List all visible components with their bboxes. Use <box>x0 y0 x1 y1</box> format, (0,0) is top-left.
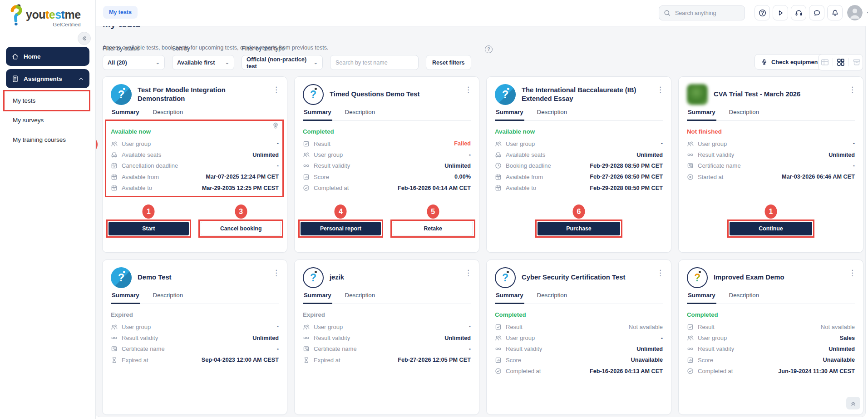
certificate-icon <box>111 345 118 352</box>
tab-summary[interactable]: Summary <box>111 290 140 304</box>
hourglass-icon <box>303 357 310 364</box>
field-label: Available to <box>506 185 536 191</box>
clock-icon <box>495 162 502 169</box>
test-card-header: ?Timed Questions Demo Test <box>303 83 471 106</box>
card-menu-button[interactable]: ⋮ <box>848 269 857 277</box>
card-actions: Start1Cancel booking3 <box>108 222 281 235</box>
field-row: Completed atJun-19-2024 11:30 AM CEST <box>687 366 855 377</box>
tab-description[interactable]: Description <box>728 290 760 304</box>
field-value: - <box>661 140 663 147</box>
breadcrumb[interactable]: My tests <box>103 6 138 19</box>
card-menu-button[interactable]: ⋮ <box>272 86 281 94</box>
score-icon <box>495 357 502 364</box>
sidebar-item-my-training-courses[interactable]: My training courses <box>5 130 89 149</box>
card-menu-button[interactable]: ⋮ <box>464 86 473 94</box>
type-filter-select[interactable]: Official (non-practice) test⌄ <box>242 55 323 70</box>
sidebar-item-my-tests[interactable]: My tests <box>5 91 89 110</box>
field-row: Result validityUnlimited <box>687 149 855 160</box>
global-search-input[interactable] <box>674 10 735 17</box>
tab-description[interactable]: Description <box>344 290 376 304</box>
test-card-header: CVA Trial Test - March 2026 <box>687 83 855 106</box>
test-title: Test For Moodle Integration Demonstratio… <box>138 86 269 103</box>
tab-description[interactable]: Description <box>536 107 568 121</box>
retake-button[interactable]: Retake <box>393 222 473 235</box>
test-card-header: ?Improved Exam Demo <box>687 266 855 289</box>
tab-description[interactable]: Description <box>152 290 184 304</box>
test-title: CVA Trial Test - March 2026 <box>714 90 800 99</box>
filters-help-icon[interactable]: ? <box>485 45 493 53</box>
field-label: Result <box>314 140 330 147</box>
tab-summary[interactable]: Summary <box>111 107 140 121</box>
start-button[interactable]: Start <box>108 222 189 235</box>
filter-label: Filter by test type <box>242 45 323 52</box>
field-row: User group- <box>495 332 663 343</box>
card-tabs: SummaryDescription <box>303 290 471 304</box>
field-row: ScoreUnavailable <box>687 354 855 365</box>
tab-summary[interactable]: Summary <box>495 290 524 304</box>
tab-description[interactable]: Description <box>536 290 568 304</box>
tab-summary[interactable]: Summary <box>687 107 716 121</box>
field-row: User group- <box>495 138 663 149</box>
sidebar-item-assignments[interactable]: Assignments <box>6 69 89 88</box>
field-row: Certificate name- <box>303 344 471 354</box>
field-label: Completed at <box>698 368 733 374</box>
sort-filter-select[interactable]: Available first⌄ <box>172 55 234 70</box>
grid-view-icon[interactable] <box>836 58 845 67</box>
test-logo-ring-color-icon: ? <box>687 267 708 288</box>
card-menu-button[interactable]: ⋮ <box>464 269 473 277</box>
continue-button[interactable]: Continue <box>730 222 812 235</box>
filter-col-type-filter: Filter by test typeOfficial (non-practic… <box>242 45 323 70</box>
field-label: Certificate name <box>122 345 165 352</box>
action-wrap: Purchase6 <box>538 222 620 235</box>
sidebar-collapse-button[interactable] <box>78 32 91 45</box>
topbar-headset-button[interactable] <box>791 5 806 20</box>
field-row: Result validityUnlimited <box>111 332 279 343</box>
card-menu-button[interactable]: ⋮ <box>656 86 665 94</box>
tab-description[interactable]: Description <box>728 107 760 121</box>
field-label: Result <box>698 324 715 330</box>
tab-description[interactable]: Description <box>344 107 376 121</box>
topbar-bell-button[interactable] <box>827 5 843 20</box>
card-view-icon[interactable] <box>852 58 861 67</box>
test-name-search-input[interactable] <box>330 55 419 70</box>
view-mode-toggle <box>818 54 863 70</box>
sidebar-item-my-surveys[interactable]: My surveys <box>5 111 89 130</box>
tab-summary[interactable]: Summary <box>687 290 716 304</box>
tab-summary[interactable]: Summary <box>303 107 332 121</box>
personal-report-button[interactable]: Personal report <box>301 222 381 235</box>
sidebar-item-home[interactable]: Home <box>6 47 89 66</box>
brand-letter: you <box>26 8 45 21</box>
summary-fields: User group-Result validityUnlimitedCerti… <box>111 321 279 366</box>
check-circle-icon <box>303 185 310 191</box>
test-title: jezik <box>330 273 344 282</box>
field-label: Result validity <box>698 151 734 158</box>
filter-label: Sort by <box>172 45 234 52</box>
tab-summary[interactable]: Summary <box>495 107 524 121</box>
table-view-icon[interactable] <box>820 58 829 67</box>
card-menu-button[interactable]: ⋮ <box>272 269 281 277</box>
cancel-booking-button[interactable]: Cancel booking <box>201 222 281 235</box>
topbar-play-button[interactable] <box>773 5 788 20</box>
status-filter-select[interactable]: All (20)⌄ <box>103 55 165 70</box>
topbar-help-button[interactable] <box>755 5 770 20</box>
field-label: Certificate name <box>698 162 741 169</box>
field-label: Started at <box>698 174 723 180</box>
field-label: Completed at <box>314 185 349 191</box>
card-menu-button[interactable]: ⋮ <box>848 86 857 94</box>
field-row: Available seatsUnlimited <box>495 149 663 160</box>
global-search[interactable] <box>659 5 745 20</box>
tab-description[interactable]: Description <box>152 107 184 121</box>
view-toggle-divider <box>833 58 833 66</box>
scroll-to-top-button[interactable] <box>846 397 860 409</box>
card-menu-button[interactable]: ⋮ <box>656 269 665 277</box>
tab-summary[interactable]: Summary <box>303 290 332 304</box>
avatar[interactable] <box>847 5 863 20</box>
card-actions: Purchase6 <box>493 222 665 235</box>
seats-icon <box>111 151 118 158</box>
check-equipment-button[interactable]: Check equipment <box>755 54 826 70</box>
field-value: Unlimited <box>829 152 855 158</box>
topbar-chat-button[interactable] <box>809 5 824 20</box>
purchase-button[interactable]: Purchase <box>538 222 620 235</box>
user-group-icon <box>111 140 118 147</box>
reset-filters-button[interactable]: Reset filters <box>426 55 471 70</box>
